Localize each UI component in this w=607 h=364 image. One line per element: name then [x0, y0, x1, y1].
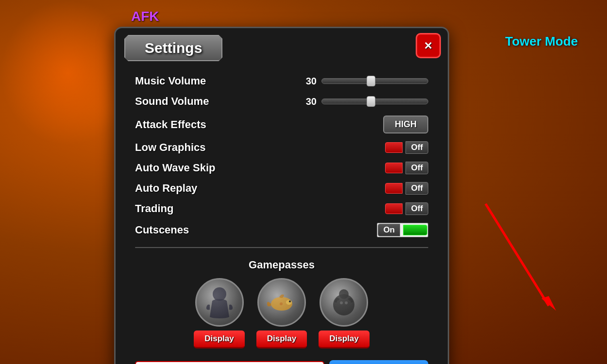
auto-wave-skip-control: Off	[385, 162, 428, 174]
low-graphics-value: Off	[405, 141, 428, 154]
music-volume-control: 30	[301, 76, 428, 87]
gamepass-display-btn-3[interactable]: Display	[319, 331, 369, 348]
fish-character-icon	[265, 285, 299, 319]
round-character-icon	[327, 285, 361, 319]
cutscenes-toggle[interactable]: On	[377, 223, 428, 237]
toggle-green-part	[403, 225, 427, 235]
auto-wave-skip-row: Auto Wave Skip Off	[135, 158, 428, 178]
attack-effects-label: Attack Effects	[135, 118, 206, 131]
auto-replay-value: Off	[405, 182, 428, 195]
toggle-red-part	[385, 163, 403, 173]
music-volume-row: Music Volume 30	[135, 71, 428, 91]
gamepass-icon-3	[320, 278, 368, 327]
music-volume-value: 30	[301, 76, 317, 87]
auto-wave-skip-value: Off	[405, 162, 428, 174]
modal-body: Music Volume 30 Sound Volume 30 Attack E…	[116, 66, 448, 353]
gamepasses-row: Display Display	[135, 278, 428, 348]
cutscenes-value: On	[378, 224, 400, 236]
attack-effects-control: HIGH	[383, 116, 428, 133]
sound-volume-control: 30	[301, 96, 428, 107]
auto-wave-skip-toggle[interactable]: Off	[385, 162, 428, 174]
gamepass-item-2: Display	[256, 278, 307, 348]
gamepass-item-1: Display	[194, 278, 244, 348]
low-graphics-row: Low Graphics Off	[135, 137, 428, 158]
svg-point-9	[340, 301, 343, 304]
sound-slider-thumb[interactable]	[367, 96, 375, 107]
music-volume-slider[interactable]	[321, 78, 428, 84]
trading-toggle[interactable]: Off	[385, 202, 428, 215]
low-graphics-toggle[interactable]: Off	[385, 141, 428, 154]
code-input[interactable]	[135, 361, 324, 364]
cutscenes-label: Cutscenes	[135, 224, 189, 236]
tower-mode-label: Tower Mode	[505, 34, 578, 49]
svg-point-10	[345, 301, 348, 304]
trading-control: Off	[385, 202, 428, 215]
attack-effects-button[interactable]: HIGH	[383, 116, 428, 133]
cutscenes-control: On	[377, 223, 428, 237]
gamepasses-section: Gamepasses Display	[135, 254, 428, 353]
svg-point-5	[289, 300, 291, 302]
auto-replay-row: Auto Replay Off	[135, 178, 428, 199]
music-slider-thumb[interactable]	[367, 76, 375, 86]
auto-wave-skip-label: Auto Wave Skip	[135, 162, 215, 174]
gamepass-display-btn-1[interactable]: Display	[194, 331, 244, 348]
bottom-bar: Social Rewards	[116, 353, 448, 364]
toggle-red-part	[385, 183, 403, 194]
sound-volume-value: 30	[301, 96, 317, 107]
auto-replay-toggle[interactable]: Off	[385, 182, 428, 195]
low-graphics-label: Low Graphics	[135, 141, 205, 154]
social-rewards-button[interactable]: Social Rewards	[329, 360, 428, 364]
svg-point-2	[213, 287, 226, 301]
trading-value: Off	[405, 202, 428, 215]
auto-replay-label: Auto Replay	[135, 182, 197, 195]
gamepass-display-btn-2[interactable]: Display	[256, 331, 307, 348]
sound-volume-row: Sound Volume 30	[135, 91, 428, 112]
music-volume-label: Music Volume	[135, 75, 206, 87]
cutscenes-row: Cutscenes On	[135, 219, 428, 241]
afk-label: AFK	[131, 9, 159, 24]
attack-effects-row: Attack Effects HIGH	[135, 112, 428, 137]
character-shadow-icon	[202, 285, 236, 319]
svg-point-8	[339, 289, 349, 299]
settings-modal: Settings × Music Volume 30 Sound Volume …	[114, 27, 449, 364]
svg-point-6	[280, 302, 283, 305]
sound-volume-slider[interactable]	[321, 99, 428, 104]
divider	[135, 247, 428, 248]
modal-header: Settings ×	[116, 28, 448, 66]
low-graphics-control: Off	[385, 141, 428, 154]
svg-point-4	[286, 300, 292, 305]
modal-title: Settings	[145, 40, 202, 56]
trading-label: Trading	[135, 202, 173, 215]
close-button[interactable]: ×	[416, 33, 441, 58]
gamepasses-title: Gamepasses	[135, 259, 428, 271]
auto-replay-control: Off	[385, 182, 428, 195]
sound-volume-label: Sound Volume	[135, 95, 209, 108]
trading-row: Trading Off	[135, 199, 428, 219]
toggle-red-part	[385, 203, 403, 214]
gamepass-icon-2	[257, 278, 306, 327]
toggle-red-part	[385, 142, 403, 153]
gamepass-item-3: Display	[319, 278, 369, 348]
gamepass-icon-1	[195, 278, 244, 327]
modal-title-wrap: Settings	[124, 35, 222, 61]
